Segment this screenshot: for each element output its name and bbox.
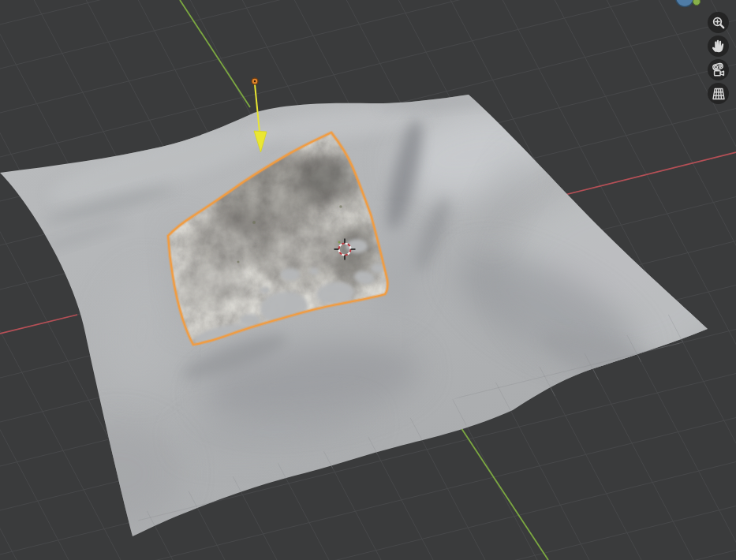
magnifier-plus-icon (709, 13, 728, 32)
scene-canvas (0, 0, 736, 560)
hand-icon (709, 37, 728, 56)
zoom-button[interactable] (708, 12, 729, 33)
3d-viewport[interactable] (0, 0, 736, 560)
viewport-toolbar (708, 12, 729, 104)
camera-icon (709, 61, 728, 80)
orientation-gizmo[interactable] (659, 0, 707, 11)
grid-perspective-icon (709, 84, 728, 103)
camera-view-button[interactable] (708, 59, 729, 80)
gizmo-z-ball[interactable] (676, 0, 694, 7)
sun-origin-center (254, 80, 256, 82)
toggle-projection-button[interactable] (708, 83, 729, 104)
pan-button[interactable] (708, 35, 729, 57)
gizmo-y-ball[interactable] (693, 0, 701, 6)
